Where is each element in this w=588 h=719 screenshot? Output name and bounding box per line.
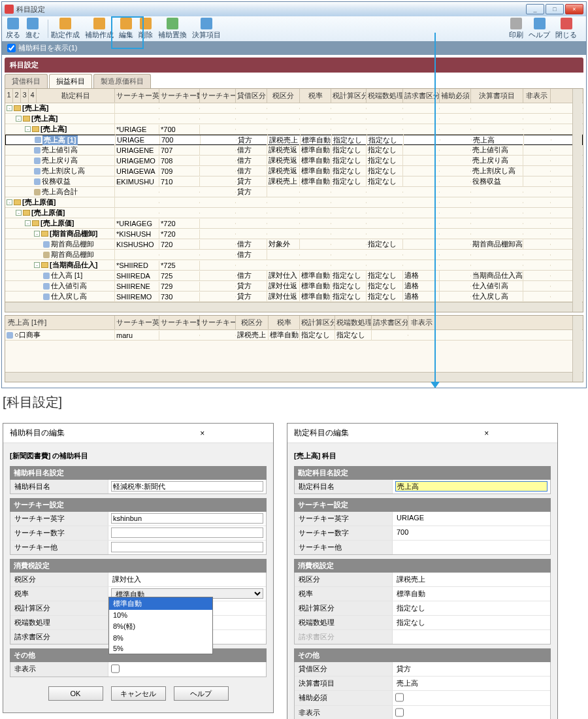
dlg2-close-button[interactable]: × — [423, 429, 551, 438]
grid-row[interactable]: 売上高合計貸方 — [5, 187, 583, 197]
grid-row[interactable]: 売上割戻し高URIAGEWA709借方課税売返標準自動指定なし指定なし売上割戻し… — [5, 166, 583, 176]
tab-bs[interactable]: 貸借科目 — [5, 74, 48, 88]
grid-row[interactable]: -[売上高] — [5, 114, 583, 124]
dd-option[interactable]: 5% — [109, 643, 212, 654]
help-button[interactable]: ヘルプ — [174, 686, 229, 701]
grid-row[interactable]: 期首商品棚卸借方 — [5, 250, 583, 260]
show-sub-checkbox[interactable] — [7, 44, 16, 52]
grid-row[interactable]: 期首商品棚卸KISHUSHO720借方対象外指定なし期首商品棚卸高 — [5, 239, 583, 250]
sub-col-tax[interactable]: 税区分 — [236, 316, 269, 329]
hide-checkbox[interactable] — [395, 707, 404, 718]
sub-col-rate[interactable]: 税率 — [269, 316, 300, 329]
cancel-button[interactable]: キャンセル — [111, 686, 166, 701]
col-required[interactable]: 補助必須 — [440, 89, 471, 103]
grid-row[interactable]: 役務収益EKIMUSHU710貸方課税売上標準自動指定なし指定なし役務収益 — [5, 176, 583, 187]
col-account[interactable]: 勘定科目 — [37, 89, 115, 103]
col-lv3[interactable]: 3 — [21, 89, 29, 103]
grid-row[interactable]: 売上値引高URIAGENE707借方課税売返標準自動指定なし指定なし売上値引高 — [5, 145, 583, 156]
d2-tax-value[interactable]: 課税売上 — [393, 573, 550, 586]
col-calc[interactable]: 税計算区分 — [331, 89, 367, 103]
sub-col-frac[interactable]: 税端数処理 — [335, 316, 372, 329]
sub-col-calc[interactable]: 税計算区分 — [300, 316, 335, 329]
calc-item-button[interactable]: 決算項目 — [192, 18, 221, 40]
col-tax[interactable]: 税区分 — [267, 89, 300, 103]
dlg2-s1-header: 勘定科目名設定 — [294, 466, 551, 480]
col-rate[interactable]: 税率 — [300, 89, 331, 103]
dd-option[interactable]: 8%(軽) — [109, 620, 212, 633]
sk-other-input[interactable] — [111, 542, 263, 552]
vertical-scrollbar[interactable] — [572, 89, 582, 312]
back-button[interactable]: 戻る — [6, 18, 20, 40]
col-sk-other[interactable]: サーチキー他 — [200, 89, 236, 103]
hide-checkbox[interactable] — [111, 663, 120, 674]
sub-col-sk2[interactable]: サーチキー数字 — [159, 316, 200, 329]
grid-row[interactable]: -[売上原価] — [5, 208, 583, 218]
create-sub-button[interactable]: 補助作成 — [85, 18, 114, 40]
sub-name-input[interactable] — [111, 481, 263, 492]
sk-num-value[interactable]: 700 — [393, 526, 550, 540]
sub-swap-button[interactable]: 補助置換 — [158, 18, 187, 40]
col-frac[interactable]: 税端数処理 — [367, 89, 403, 103]
close-tool-button[interactable]: 閉じる — [555, 18, 577, 40]
col-sk-en[interactable]: サーチキー英字 — [115, 89, 159, 103]
sub-grid-row[interactable]: ○口商事 maru 課税売上 標準自動 指定なし 指定なし — [5, 330, 583, 341]
grid-row[interactable]: 仕入値引高SHIIRENE729貸方課対仕返標準自動指定なし指定なし適格仕入値引… — [5, 281, 583, 292]
close-button[interactable]: × — [565, 4, 583, 14]
d2-frac-value[interactable]: 指定なし — [393, 616, 550, 629]
col-debit[interactable]: 貸借区分 — [236, 89, 267, 103]
tax-class-value[interactable]: 課対仕入 — [108, 573, 266, 586]
grid-row[interactable]: 売上高 [1]URIAGE700貸方課税売上標準自動指定なし指定なし売上高 — [5, 135, 583, 145]
sub-vertical-scrollbar[interactable] — [572, 316, 582, 382]
col-lv4[interactable]: 4 — [29, 89, 37, 103]
d2-statement-value[interactable]: 売上高 — [393, 677, 550, 690]
col-sk-num[interactable]: サーチキー数字 — [159, 89, 200, 103]
grid-row[interactable]: 仕入戻し高SHIIREMO730貸方課対仕返標準自動指定なし指定なし適格仕入戻し… — [5, 292, 583, 302]
tab-mfg[interactable]: 製造原価科目 — [93, 74, 151, 88]
dd-option[interactable]: 8% — [109, 633, 212, 643]
col-statement[interactable]: 決算書項目 — [471, 89, 523, 103]
dd-option[interactable]: 標準自動 — [109, 597, 212, 610]
horizontal-scrollbar[interactable] — [5, 302, 583, 312]
d2-debit-value[interactable]: 貸方 — [393, 662, 550, 676]
show-sub-label: 補助科目を表示(1) — [18, 43, 77, 53]
grid-row[interactable]: 仕入高 [1]SHIIREDA725借方課対仕入標準自動指定なし指定なし適格当期… — [5, 271, 583, 281]
forward-button[interactable]: 進む — [25, 18, 40, 40]
create-account-button[interactable]: 勘定作成 — [51, 18, 80, 40]
grid-row[interactable]: -[売上高]*URIAGE*700 — [5, 124, 583, 135]
sub-horizontal-scrollbar[interactable] — [5, 372, 583, 382]
main-window: 科目設定 _ □ × 戻る 進む 勘定作成 補助作成 編集 削除 補助置換 決算… — [1, 1, 587, 388]
account-name-input[interactable] — [395, 481, 547, 492]
grid-body[interactable]: -[売上高]-[売上高]-[売上高]*URIAGE*700売上高 [1]URIA… — [5, 103, 583, 302]
tab-pl[interactable]: 損益科目 — [49, 74, 92, 88]
dlg1-s1-header: 補助科目名設定 — [10, 466, 267, 480]
maximize-button[interactable]: □ — [546, 4, 564, 14]
col-hide[interactable]: 非表示 — [523, 89, 551, 103]
grid-row[interactable]: 売上戻り高URIAGEMO708借方課税売返標準自動指定なし指定なし売上戻り高 — [5, 156, 583, 166]
help-button[interactable]: ヘルプ — [529, 18, 550, 40]
required-checkbox[interactable] — [395, 692, 404, 703]
grid-row[interactable]: -[当期商品仕入]*SHIIRED*725 — [5, 260, 583, 271]
sub-col-inv[interactable]: 請求書区分 — [372, 316, 408, 329]
dlg2-s3-header: 消費税設定 — [294, 559, 551, 573]
dd-option[interactable]: 10% — [109, 610, 212, 620]
sub-col-sk1[interactable]: サーチキー英字 — [115, 316, 159, 329]
dlg1-close-button[interactable]: × — [139, 429, 267, 438]
dlg2-s2-header: サーチキー設定 — [294, 498, 551, 512]
sk-other-value[interactable] — [393, 541, 550, 554]
sub-col-hide[interactable]: 非表示 — [408, 316, 436, 329]
sk-num-input[interactable] — [111, 527, 263, 538]
grid-row[interactable]: -[売上高] — [5, 103, 583, 114]
grid-row[interactable]: -[売上原価] — [5, 197, 583, 208]
col-lv1[interactable]: 1 — [5, 89, 13, 103]
sub-col-sk3[interactable]: サーチキー他 — [200, 316, 236, 329]
minimize-button[interactable]: _ — [526, 4, 544, 14]
d2-rate-value[interactable]: 標準自動 — [393, 587, 550, 601]
sk-en-input[interactable] — [111, 513, 263, 524]
col-lv2[interactable]: 2 — [13, 89, 21, 103]
sk-en-value[interactable]: URIAGE — [393, 512, 550, 526]
ok-button[interactable]: OK — [48, 686, 103, 701]
grid-row[interactable]: -[売上原価]*URIAGEG*720 — [5, 218, 583, 229]
print-button[interactable]: 印刷 — [509, 18, 523, 40]
d2-calc-value[interactable]: 指定なし — [393, 601, 550, 615]
grid-row[interactable]: -[期首商品棚卸]*KISHUSH*720 — [5, 229, 583, 239]
